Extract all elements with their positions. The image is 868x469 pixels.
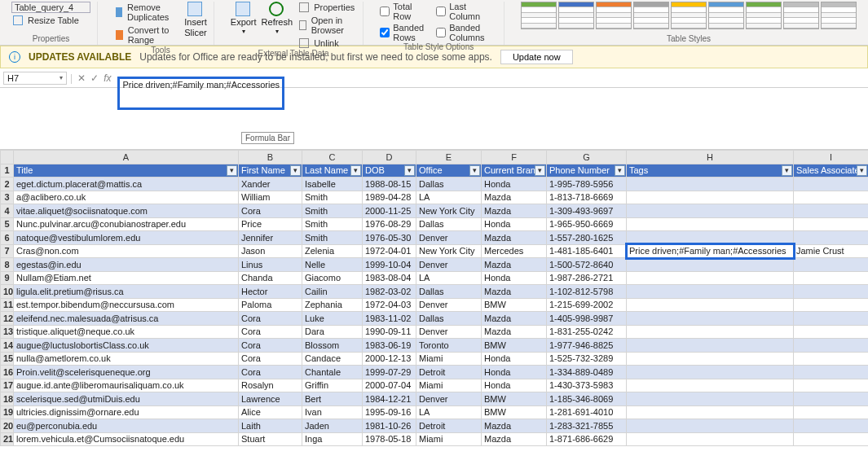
cell[interactable]: 2000-11-25 — [363, 204, 416, 218]
properties-button[interactable]: Properties — [297, 2, 356, 13]
export-button[interactable]: Export▾ — [231, 2, 257, 35]
cell[interactable]: 2000-12-13 — [363, 352, 416, 366]
cell[interactable]: Detroit — [416, 419, 482, 433]
cell[interactable]: Laith — [239, 419, 302, 433]
cell[interactable]: Jamie Crust — [794, 244, 869, 258]
table-column-header[interactable]: Title▾ — [14, 164, 239, 178]
cell[interactable]: a@aclibero.co.uk — [14, 191, 239, 204]
resize-table-button[interactable]: Resize Table — [11, 15, 90, 26]
cell[interactable]: Mercedes — [482, 244, 547, 258]
cell[interactable]: 1981-10-26 — [363, 419, 416, 433]
cell[interactable]: Dara — [302, 325, 363, 339]
cell[interactable]: 1999-07-29 — [363, 366, 416, 379]
cell[interactable]: 1-309-493-9697 — [547, 204, 627, 218]
row-header[interactable]: 16 — [1, 366, 14, 379]
cell[interactable]: Dallas — [416, 217, 482, 231]
cell[interactable]: Denver — [416, 298, 482, 312]
total-row-checkbox[interactable]: Total Row — [380, 2, 431, 21]
cell[interactable]: Smith — [302, 217, 363, 231]
cell[interactable] — [627, 352, 794, 366]
table-column-header[interactable]: Phone Number▾ — [547, 164, 627, 178]
table-column-header[interactable]: Current Brand▾ — [482, 164, 547, 178]
cell[interactable]: nulla@ametlorem.co.uk — [14, 352, 239, 366]
cell[interactable]: 1-102-812-5798 — [547, 285, 627, 299]
cell[interactable] — [627, 432, 794, 446]
cell[interactable]: Dallas — [416, 285, 482, 299]
row-header[interactable]: 1 — [1, 164, 14, 178]
fx-icon[interactable]: fx — [104, 72, 111, 84]
cell[interactable] — [627, 298, 794, 312]
cell[interactable]: scelerisque.sed@utmiDuis.edu — [14, 392, 239, 406]
cell[interactable]: 1-481-185-6401 — [547, 244, 627, 258]
cell[interactable]: augue.id.ante@liberomaurisaliquam.co.uk — [14, 379, 239, 392]
row-header[interactable]: 4 — [1, 204, 14, 218]
table-column-header[interactable]: Last Name▾ — [302, 164, 363, 178]
cell[interactable]: Isabelle — [302, 178, 363, 191]
cell[interactable] — [794, 191, 869, 204]
cell[interactable] — [794, 325, 869, 339]
row-header[interactable]: 8 — [1, 258, 14, 272]
cell[interactable]: Mazda — [482, 191, 547, 204]
cell[interactable]: 1983-11-02 — [363, 312, 416, 326]
row-header[interactable]: 5 — [1, 217, 14, 231]
cell[interactable] — [794, 405, 869, 419]
cell[interactable]: 1978-05-18 — [363, 432, 416, 446]
row-header[interactable]: 10 — [1, 285, 14, 299]
column-header[interactable]: D — [363, 151, 416, 164]
filter-dropdown-icon[interactable]: ▾ — [350, 165, 361, 176]
cell[interactable] — [794, 339, 869, 353]
cell[interactable]: 1972-04-03 — [363, 298, 416, 312]
table-style-swatch[interactable] — [708, 2, 744, 29]
column-header[interactable]: H — [627, 151, 794, 164]
cell[interactable] — [794, 285, 869, 299]
cell[interactable]: Ivan — [302, 405, 363, 419]
cell[interactable]: Linus — [239, 258, 302, 272]
table-column-header[interactable]: Tags▾ — [627, 164, 794, 178]
cell[interactable] — [794, 204, 869, 218]
cell[interactable]: Bert — [302, 392, 363, 406]
table-column-header[interactable]: DOB▾ — [363, 164, 416, 178]
cell[interactable]: Honda — [482, 379, 547, 392]
table-style-swatch[interactable] — [633, 2, 669, 29]
cell[interactable]: Rosalyn — [239, 379, 302, 392]
cell[interactable]: natoque@vestibulumlorem.edu — [14, 231, 239, 245]
cell[interactable]: 1-281-691-4010 — [547, 405, 627, 419]
cell[interactable]: LA — [416, 191, 482, 204]
remove-duplicates-button[interactable]: Remove Duplicates — [114, 2, 179, 23]
cell[interactable]: 1984-12-21 — [363, 392, 416, 406]
cell[interactable]: Xander — [239, 178, 302, 191]
cell[interactable]: 1-525-732-3289 — [547, 352, 627, 366]
column-header[interactable]: I — [794, 151, 869, 164]
cell[interactable] — [627, 325, 794, 339]
row-header[interactable]: 6 — [1, 231, 14, 245]
confirm-icon[interactable]: ✓ — [90, 72, 99, 84]
cell[interactable] — [627, 312, 794, 326]
row-header[interactable]: 13 — [1, 325, 14, 339]
cell[interactable]: Miami — [416, 379, 482, 392]
cell[interactable]: Inga — [302, 432, 363, 446]
column-header[interactable]: C — [302, 151, 363, 164]
cell[interactable]: 1976-08-29 — [363, 217, 416, 231]
cell[interactable]: Chantale — [302, 366, 363, 379]
cell[interactable]: Jennifer — [239, 231, 302, 245]
formula-input[interactable]: Price driven;#Family man;#Accessories — [116, 77, 868, 79]
cell[interactable]: Cora — [239, 325, 302, 339]
filter-dropdown-icon[interactable]: ▾ — [469, 165, 480, 176]
cell[interactable] — [627, 178, 794, 191]
cell[interactable]: Cora — [239, 339, 302, 353]
cell[interactable]: Honda — [482, 352, 547, 366]
cell[interactable]: Cora — [239, 204, 302, 218]
cell[interactable]: Cora — [239, 352, 302, 366]
cell[interactable]: Cora — [239, 366, 302, 379]
table-style-swatch[interactable] — [746, 2, 782, 29]
cell[interactable]: vitae.aliquet@sociisnatoque.com — [14, 204, 239, 218]
cell[interactable] — [794, 432, 869, 446]
cell[interactable]: Luke — [302, 312, 363, 326]
cell[interactable]: New York City — [416, 204, 482, 218]
cell[interactable]: Honda — [482, 217, 547, 231]
cell[interactable] — [794, 178, 869, 191]
filter-dropdown-icon[interactable]: ▾ — [857, 165, 867, 176]
cell[interactable]: 1-831-255-0242 — [547, 325, 627, 339]
cell[interactable]: 1-977-946-8825 — [547, 339, 627, 353]
column-header[interactable]: F — [482, 151, 547, 164]
